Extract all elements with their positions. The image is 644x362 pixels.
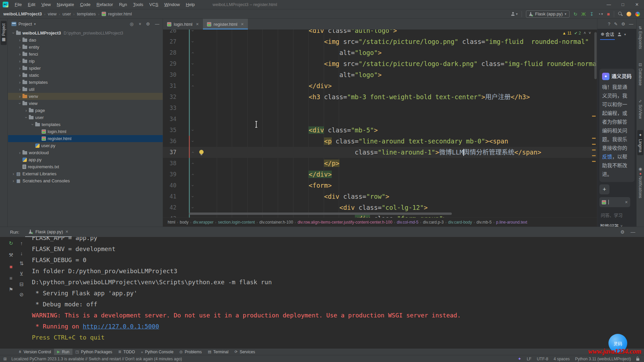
- scroll-to-end-button[interactable]: ⊻: [20, 271, 23, 277]
- menu-window[interactable]: Window: [161, 0, 183, 9]
- code-line-38[interactable]: 38› </p>: [163, 158, 597, 169]
- feedback-link[interactable]: 反馈: [602, 154, 612, 160]
- menu-file[interactable]: File: [12, 0, 25, 9]
- chat-input-placeholder[interactable]: 问答、学习: [601, 212, 623, 218]
- close-tab-icon[interactable]: ✕: [65, 230, 68, 234]
- run-configuration-select[interactable]: Flask (app.py) ▾: [526, 10, 569, 18]
- minimize-button[interactable]: —: [602, 0, 616, 9]
- next-problem-button[interactable]: ˅: [589, 31, 591, 36]
- read-only-lock-icon[interactable]: [636, 358, 639, 361]
- tree-item-user-py[interactable]: user.py: [8, 142, 163, 149]
- session-tab[interactable]: ⊕ 会话: [600, 29, 615, 40]
- hide-panel-button[interactable]: —: [629, 21, 633, 26]
- toolwindow-button-todo[interactable]: ≣TODO: [115, 349, 138, 355]
- tag-breadcrumb-div-card-p-3[interactable]: div.card.p-3: [423, 220, 444, 225]
- tree-item-weibollmproject3[interactable]: ›weiboLLMProject3D:\python_pro\weiboLLMP…: [8, 29, 163, 37]
- tree-item-view[interactable]: ›view: [8, 100, 163, 107]
- tree-item-venv[interactable]: ›venv: [8, 93, 163, 100]
- tree-item-dao[interactable]: ›dao: [8, 37, 163, 44]
- tree-expand-arrow[interactable]: ›: [17, 45, 22, 50]
- tag-breadcrumb-section-login-content[interactable]: section.login-content: [218, 220, 255, 225]
- stop-button[interactable]: ■: [607, 12, 610, 16]
- debug-button[interactable]: Ж: [581, 12, 586, 16]
- status-lf[interactable]: LF: [527, 357, 531, 361]
- account-icon[interactable]: [618, 33, 622, 36]
- tree-expand-arrow[interactable]: ›: [11, 31, 16, 36]
- close-tab-icon[interactable]: ✕: [196, 22, 199, 26]
- layout-button[interactable]: ≡: [9, 275, 12, 281]
- breadcrumb-weibollmproject3[interactable]: weiboLLMProject3: [3, 11, 42, 16]
- maximize-button[interactable]: □: [616, 0, 630, 9]
- menu-refactor[interactable]: Refactor: [94, 0, 116, 9]
- code-line-30[interactable]: 30› alt="logo">: [163, 69, 597, 80]
- menu-help[interactable]: Help: [183, 0, 198, 9]
- intention-bulb-icon[interactable]: [199, 150, 204, 154]
- tag-breadcrumb-div-mb-5[interactable]: div.mb-5: [477, 220, 492, 225]
- code-line-27[interactable]: 27› <img src="/static/picture/logo.png" …: [163, 36, 597, 47]
- tree-item-static[interactable]: ›static: [8, 72, 163, 79]
- tree-item-login-html[interactable]: login.html: [8, 128, 163, 135]
- tree-item-nlp[interactable]: ›nlp: [8, 58, 163, 65]
- tree-expand-arrow[interactable]: ›: [17, 94, 22, 99]
- tree-item-spider[interactable]: ›spider: [8, 65, 163, 72]
- tree-item-page[interactable]: ›page: [8, 107, 163, 114]
- code-line-34[interactable]: 34: [163, 114, 597, 125]
- tag-breadcrumb-div-container-h-100[interactable]: div.container.h-100: [259, 220, 293, 225]
- project-panel-title[interactable]: Project: [18, 21, 32, 26]
- status-message[interactable]: Localized PyCharm 2023.1.3 is available …: [11, 357, 182, 361]
- expand-all-button[interactable]: ⇅: [19, 260, 24, 266]
- status-utf-8[interactable]: UTF-8: [537, 357, 548, 361]
- code-area[interactable]: 26› <div class="auth-logo">27› <img src=…: [163, 19, 597, 218]
- hide-panel-button[interactable]: —: [631, 229, 635, 235]
- code-line-29[interactable]: 29› <img src="/static/picture/logo-dark.…: [163, 58, 597, 69]
- tree-item-templates[interactable]: ›templates: [8, 79, 163, 86]
- stripe-tab-endpoints[interactable]: ⇄Endpoints: [637, 23, 643, 52]
- remove-context-icon[interactable]: ✕: [625, 200, 628, 204]
- tree-item-app-py[interactable]: app.py: [8, 156, 163, 163]
- tag-breadcrumb-html[interactable]: html: [168, 220, 175, 225]
- inspections-widget[interactable]: ▲ 11 ✔ 2 ˄ ˅: [562, 31, 591, 36]
- code-line-37[interactable]: 37› class="line-around-1">微博LLM舆情分析管理系统<…: [163, 147, 597, 158]
- code-line-41[interactable]: 41› <div class="row">: [163, 191, 597, 202]
- toolwindow-button-version-control[interactable]: ⋔Version Control: [15, 349, 54, 355]
- coverage-button[interactable]: ↧: [590, 12, 594, 16]
- up-stacktrace-button[interactable]: ↑: [20, 240, 23, 246]
- stripe-tab-project[interactable]: ▦Project: [1, 21, 7, 45]
- code-line-35[interactable]: 35› <div class="mb-5">: [163, 125, 597, 136]
- stripe-tab-notifications[interactable]: ◉Notifications: [637, 164, 643, 201]
- code-line-31[interactable]: 31› </div>: [163, 80, 597, 92]
- add-context-button[interactable]: +: [599, 184, 609, 194]
- code-line-40[interactable]: 40› <form>: [163, 180, 597, 191]
- tree-expand-arrow[interactable]: ›: [23, 108, 29, 113]
- user-account-button[interactable]: ▾: [511, 12, 518, 16]
- code-line-32[interactable]: 32 <h3 class="mb-3 font-weight-bold text…: [163, 92, 597, 103]
- rerun-button[interactable]: ↻: [9, 240, 13, 246]
- stripe-tab-database[interactable]: ⊟Database: [637, 60, 643, 88]
- tree-item-requirements-txt[interactable]: requirements.txt: [8, 163, 163, 170]
- tree-expand-arrow[interactable]: ›: [11, 178, 16, 183]
- toolwindow-button-services[interactable]: ⟳Services: [231, 349, 258, 355]
- gear-icon[interactable]: ⚙: [621, 21, 625, 26]
- code-line-28[interactable]: 28› alt="logo">: [163, 47, 597, 58]
- editor-tab-login-html[interactable]: login.html✕: [163, 19, 203, 29]
- run-button[interactable]: ↻: [574, 12, 578, 16]
- code-line-39[interactable]: 39› </div>: [163, 169, 597, 180]
- tree-expand-arrow[interactable]: ›: [17, 66, 22, 71]
- settings-sync-icon[interactable]: [635, 12, 640, 16]
- tool-window-switcher-icon[interactable]: ⊞: [3, 357, 7, 361]
- stripe-tab-lingma[interactable]: ✦Lingma: [637, 130, 643, 155]
- help-icon[interactable]: ?: [608, 21, 610, 26]
- tree-expand-arrow[interactable]: ›: [17, 87, 22, 92]
- down-stacktrace-button[interactable]: ↓: [20, 250, 23, 256]
- tree-expand-arrow[interactable]: ›: [30, 122, 35, 127]
- close-tab-icon[interactable]: ✕: [241, 22, 244, 26]
- toolwindow-button-problems[interactable]: ◎Problems: [176, 349, 205, 355]
- tree-expand-arrow[interactable]: ›: [17, 150, 22, 155]
- tag-breadcrumb-p-line-around-text[interactable]: p.line-around.text: [496, 220, 527, 225]
- menu-tools[interactable]: Tools: [130, 0, 146, 9]
- code-line-36[interactable]: 36› <p class="line-around text-secondary…: [163, 136, 597, 147]
- stop-button[interactable]: ■: [9, 264, 12, 269]
- ai-assistant-icon[interactable]: ✦: [518, 356, 522, 361]
- tree-item-external-libraries[interactable]: ›▤External Libraries: [8, 170, 163, 177]
- edit-configuration-button[interactable]: ⚒: [9, 252, 13, 258]
